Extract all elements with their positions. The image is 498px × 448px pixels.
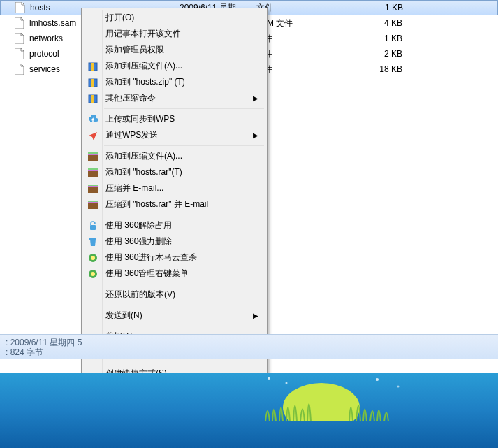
file-name: networks bbox=[29, 34, 63, 43]
file-icon bbox=[14, 17, 25, 29]
360-delete-icon bbox=[87, 236, 99, 248]
svg-point-24 bbox=[283, 383, 360, 421]
file-icon bbox=[15, 2, 26, 13]
menu-separator bbox=[104, 305, 264, 305]
menu-compress-email[interactable]: 压缩并 E-mail... bbox=[83, 180, 265, 196]
svg-rect-18 bbox=[90, 225, 96, 230]
file-name: lmhosts.sam bbox=[29, 18, 76, 28]
menu-send-wps[interactable]: 通过WPS发送 ▶ bbox=[83, 127, 265, 143]
svg-rect-15 bbox=[88, 203, 98, 209]
winrar-icon bbox=[87, 182, 99, 195]
file-type: 文件 bbox=[256, 48, 353, 60]
svg-point-26 bbox=[286, 382, 288, 384]
menu-separator bbox=[104, 326, 264, 326]
file-size: 1 KB bbox=[354, 3, 410, 13]
file-size: 18 KB bbox=[353, 64, 409, 74]
file-size: 4 KB bbox=[353, 18, 409, 28]
svg-rect-14 bbox=[88, 185, 98, 186]
taskbar bbox=[0, 373, 498, 448]
winrar-icon bbox=[87, 198, 99, 211]
file-icon bbox=[14, 33, 25, 44]
winrar-icon bbox=[87, 150, 99, 163]
archive-icon bbox=[87, 76, 99, 89]
submenu-arrow-icon: ▶ bbox=[253, 312, 258, 319]
file-icon bbox=[14, 48, 25, 59]
file-icon bbox=[14, 64, 25, 75]
file-type: 文件 bbox=[256, 33, 353, 45]
file-type: 文件 bbox=[256, 2, 354, 14]
menu-separator bbox=[104, 215, 264, 215]
360-menu-icon bbox=[87, 268, 99, 280]
menu-360-unlock[interactable]: 使用 360解除占用 bbox=[83, 217, 265, 233]
svg-rect-11 bbox=[88, 168, 98, 170]
menu-add-hosts-zip[interactable]: 添加到 "hosts.zip" (T) bbox=[83, 74, 265, 90]
winrar-icon bbox=[87, 166, 99, 179]
svg-point-27 bbox=[376, 378, 379, 381]
menu-add-admin[interactable]: 添加管理员权限 bbox=[83, 42, 265, 58]
submenu-arrow-icon: ▶ bbox=[253, 94, 258, 102]
file-type: 文件 bbox=[256, 64, 353, 75]
menu-open-notepad[interactable]: 用记事本打开该文件 bbox=[83, 26, 265, 42]
menu-add-archive-rar[interactable]: 添加到压缩文件(A)... bbox=[83, 148, 265, 164]
menu-separator bbox=[104, 145, 264, 146]
menu-separator bbox=[104, 108, 264, 109]
file-type: SAM 文件 bbox=[256, 17, 353, 29]
svg-rect-1 bbox=[91, 63, 94, 71]
menu-separator bbox=[104, 284, 264, 284]
archive-icon bbox=[87, 92, 99, 105]
svg-rect-12 bbox=[88, 187, 98, 193]
menu-separator bbox=[104, 363, 264, 363]
menu-compress-rar-email[interactable]: 压缩到 "hosts.rar" 并 E-mail bbox=[83, 196, 265, 212]
submenu-arrow-icon: ▶ bbox=[253, 131, 258, 139]
menu-restore-previous[interactable]: 还原以前的版本(V) bbox=[83, 287, 265, 303]
status-line: : 824 字节 bbox=[6, 347, 492, 357]
menu-other-archive[interactable]: 其他压缩命令 ▶ bbox=[83, 90, 265, 106]
status-bar: : 2009/6/11 星期四 5 : 824 字节 bbox=[0, 334, 498, 359]
svg-rect-8 bbox=[88, 152, 98, 154]
menu-add-archive[interactable]: 添加到压缩文件(A)... bbox=[83, 58, 265, 74]
svg-rect-3 bbox=[91, 79, 94, 87]
menu-upload-wps[interactable]: 上传或同步到WPS bbox=[83, 111, 265, 127]
menu-360-trojan-scan[interactable]: 使用 360进行木马云查杀 bbox=[83, 250, 265, 266]
archive-icon bbox=[87, 60, 99, 73]
svg-rect-9 bbox=[88, 171, 98, 177]
file-size: 2 KB bbox=[353, 49, 409, 59]
svg-point-28 bbox=[397, 386, 400, 388]
360-unlock-icon bbox=[87, 219, 99, 232]
file-name: hosts bbox=[30, 3, 50, 13]
menu-360-force-delete[interactable]: 使用 360强力删除 bbox=[83, 233, 265, 250]
menu-360-context-manage[interactable]: 使用 360管理右键菜单 bbox=[83, 266, 265, 282]
svg-point-23 bbox=[91, 272, 95, 276]
file-name: protocol bbox=[29, 49, 59, 59]
menu-send-to[interactable]: 发送到(N) ▶ bbox=[83, 308, 265, 324]
svg-rect-5 bbox=[91, 95, 94, 103]
svg-point-25 bbox=[268, 377, 270, 380]
menu-open[interactable]: 打开(O) bbox=[83, 10, 265, 26]
svg-point-21 bbox=[91, 256, 95, 260]
360-shield-icon bbox=[87, 252, 99, 264]
svg-rect-6 bbox=[88, 154, 98, 161]
svg-rect-17 bbox=[88, 201, 98, 202]
file-name: services bbox=[29, 64, 60, 74]
file-size: 1 KB bbox=[353, 34, 409, 43]
cloud-upload-icon bbox=[87, 113, 99, 126]
send-icon bbox=[87, 129, 99, 142]
status-line: : 2009/6/11 星期四 5 bbox=[6, 338, 492, 347]
menu-add-hosts-rar[interactable]: 添加到 "hosts.rar"(T) bbox=[83, 164, 265, 180]
taskbar-decoration bbox=[258, 373, 498, 421]
svg-rect-19 bbox=[89, 238, 96, 240]
